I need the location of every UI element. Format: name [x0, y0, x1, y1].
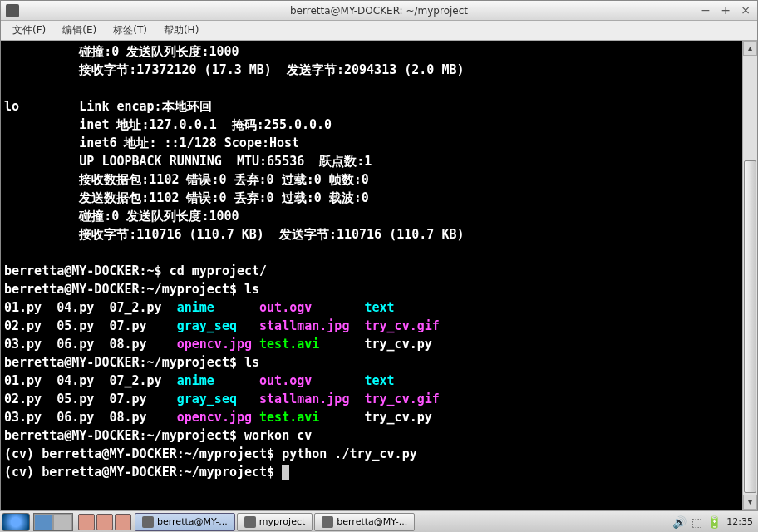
scrollbar-thumb[interactable]	[744, 160, 756, 493]
scroll-up-button[interactable]: ▴	[743, 41, 757, 56]
terminal-window: berretta@MY-DOCKER: ~/myproject − + × 文件…	[0, 0, 758, 510]
menu-edit[interactable]: 编辑(E)	[54, 22, 105, 39]
terminal-line: berretta@MY-DOCKER:~/myproject$ ls	[4, 353, 754, 372]
scroll-down-button[interactable]: ▾	[743, 495, 757, 510]
quick-launch-1[interactable]	[78, 514, 95, 530]
terminal-line: 接收字节:110716 (110.7 KB) 发送字节:110716 (110.…	[4, 225, 754, 244]
taskbar-item[interactable]: berretta@MY-...	[135, 513, 235, 531]
terminal-line: 碰撞:0 发送队列长度:1000	[4, 42, 754, 61]
clock[interactable]: 12:35	[726, 516, 753, 527]
taskbar-item-icon	[322, 516, 333, 528]
window-title: berretta@MY-DOCKER: ~/myproject	[290, 5, 468, 17]
menu-tabs[interactable]: 标签(T)	[105, 22, 155, 39]
menu-help[interactable]: 帮助(H)	[155, 22, 207, 39]
taskbar-item-label: berretta@MY-...	[157, 516, 228, 527]
taskbar-item-label: myproject	[259, 516, 305, 527]
terminal-line: 发送数据包:1102 错误:0 丢弃:0 过载:0 载波:0	[4, 189, 754, 207]
taskbar-item[interactable]: myproject	[237, 513, 313, 531]
terminal-line	[4, 79, 754, 97]
terminal-line: 接收数据包:1102 错误:0 丢弃:0 过载:0 帧数:0	[4, 170, 754, 189]
minimize-button[interactable]: −	[697, 4, 714, 17]
taskbar-item-label: berretta@MY-...	[337, 516, 407, 527]
terminal-line: 03.py 06.py 08.py opencv.jpg test.avi tr…	[4, 408, 754, 426]
terminal-line: 02.py 05.py 07.py gray_seq stallman.jpg …	[4, 390, 754, 408]
system-tray: 🔊 ⬚ 🔋 12:35	[667, 513, 753, 531]
quick-launch	[78, 514, 131, 530]
titlebar[interactable]: berretta@MY-DOCKER: ~/myproject − + ×	[1, 1, 757, 21]
taskbar: berretta@MY-...myprojectberretta@MY-... …	[0, 510, 758, 532]
terminal-line: 01.py 04.py 07_2.py anime out.ogv text	[4, 298, 754, 317]
scrollbar-track[interactable]	[743, 56, 757, 495]
network-icon[interactable]: ⬚	[692, 515, 702, 529]
terminal-line	[4, 244, 754, 262]
terminal-output[interactable]: 碰撞:0 发送队列长度:1000 接收字节:17372120 (17.3 MB)…	[1, 41, 757, 510]
app-icon	[6, 4, 19, 17]
terminal-line: inet 地址:127.0.0.1 掩码:255.0.0.0	[4, 116, 754, 134]
quick-launch-3[interactable]	[115, 514, 131, 530]
terminal-line: inet6 地址: ::1/128 Scope:Host	[4, 134, 754, 152]
terminal-line: 接收字节:17372120 (17.3 MB) 发送字节:2094313 (2.…	[4, 61, 754, 79]
taskbar-item-icon	[142, 516, 154, 528]
scrollbar: ▴ ▾	[742, 41, 757, 510]
terminal-line: lo Link encap:本地环回	[4, 97, 754, 116]
terminal-line: UP LOOPBACK RUNNING MTU:65536 跃点数:1	[4, 152, 754, 170]
terminal-line: 碰撞:0 发送队列长度:1000	[4, 207, 754, 225]
terminal-cursor	[282, 465, 289, 480]
terminal-line: (cv) berretta@MY-DOCKER:~/myproject$	[4, 463, 754, 481]
menubar: 文件(F) 编辑(E) 标签(T) 帮助(H)	[1, 21, 757, 41]
terminal-line: berretta@MY-DOCKER:~/myproject$ ls	[4, 280, 754, 298]
terminal-line: berretta@MY-DOCKER:~/myproject$ workon c…	[4, 426, 754, 445]
battery-icon[interactable]: 🔋	[707, 515, 721, 529]
taskbar-item-icon	[244, 516, 256, 528]
taskbar-item[interactable]: berretta@MY-...	[314, 513, 415, 531]
quick-launch-2[interactable]	[96, 514, 113, 530]
workspace-pager[interactable]	[33, 513, 73, 531]
start-button[interactable]	[2, 513, 30, 531]
menu-file[interactable]: 文件(F)	[4, 22, 54, 39]
terminal-line: (cv) berretta@MY-DOCKER:~/myproject$ pyt…	[4, 445, 754, 463]
terminal-line: berretta@MY-DOCKER:~$ cd myproject/	[4, 262, 754, 280]
maximize-button[interactable]: +	[717, 4, 734, 17]
terminal-line: 03.py 06.py 08.py opencv.jpg test.avi tr…	[4, 335, 754, 353]
volume-icon[interactable]: 🔊	[672, 515, 687, 529]
terminal-line: 01.py 04.py 07_2.py anime out.ogv text	[4, 372, 754, 390]
terminal-line: 02.py 05.py 07.py gray_seq stallman.jpg …	[4, 317, 754, 335]
close-button[interactable]: ×	[737, 4, 754, 17]
